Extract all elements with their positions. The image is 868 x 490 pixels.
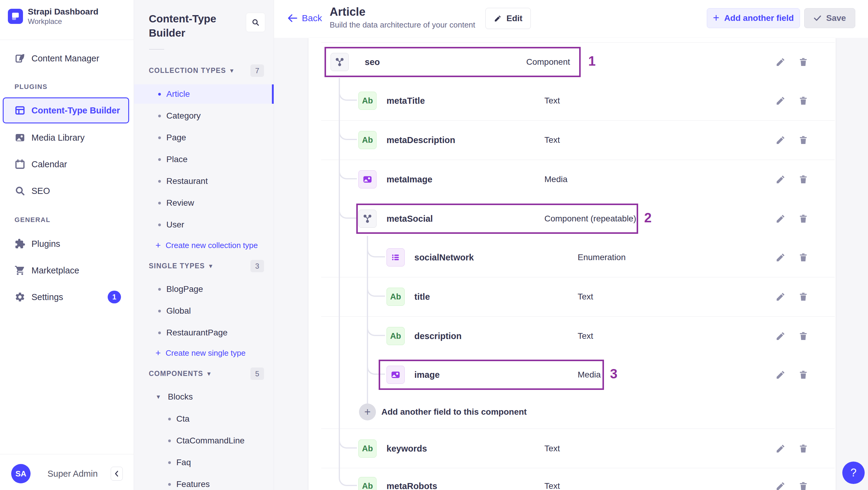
subnav-item-article[interactable]: Article — [134, 84, 274, 104]
row-divider — [321, 429, 835, 429]
add-another-field-button[interactable]: + Add another field — [707, 8, 800, 28]
group-header-collection-types[interactable]: COLLECTION TYPES▾ — [149, 64, 234, 76]
subnav-item-review[interactable]: Review — [134, 193, 274, 213]
subnav-item-category[interactable]: Category — [134, 106, 274, 125]
delete-field-button[interactable] — [798, 95, 809, 106]
subnav-item-blogpage[interactable]: BlogPage — [134, 279, 274, 299]
component-category-blocks[interactable]: ▾Blocks — [134, 387, 274, 406]
field-name: metaImage — [386, 175, 433, 184]
edit-field-button[interactable] — [775, 369, 786, 380]
sidebar-item-media-library[interactable]: Media Library — [0, 124, 134, 151]
tree-connector — [367, 236, 368, 403]
save-button[interactable]: Save — [804, 8, 855, 28]
subnav-item-page[interactable]: Page — [134, 128, 274, 147]
create-new-single-type-button[interactable]: +Create new single type — [134, 344, 274, 362]
sidebar-item-seo[interactable]: SEO — [0, 178, 134, 204]
subnav-item-user[interactable]: User — [134, 215, 274, 235]
group-count-badge: 3 — [250, 260, 264, 272]
sidebar-item-calendar[interactable]: Calendar — [0, 151, 134, 178]
check-icon — [813, 15, 822, 22]
edit-field-button[interactable] — [775, 480, 786, 490]
component-icon — [359, 210, 376, 228]
delete-field-button[interactable] — [798, 56, 809, 68]
subnav-item-restaurant[interactable]: Restaurant — [134, 172, 274, 191]
annotation-number: 3 — [610, 366, 617, 381]
field-name: metaDescription — [386, 135, 455, 145]
calendar-icon — [14, 159, 25, 170]
text-icon: Ab — [359, 92, 376, 110]
edit-field-button[interactable] — [775, 95, 786, 106]
bullet-icon — [168, 439, 171, 442]
cart-icon — [14, 265, 25, 276]
group-header-single-types[interactable]: SINGLE TYPES▾ — [149, 260, 213, 272]
field-type: Media — [545, 175, 567, 184]
edit-field-button[interactable] — [775, 134, 786, 146]
group-header-components[interactable]: COMPONENTS▾ — [149, 367, 211, 379]
sidebar-item-plugins[interactable]: Plugins — [0, 231, 134, 257]
create-new-collection-type-button[interactable]: +Create new collection type — [134, 236, 274, 254]
subnav-item-restaurantpage[interactable]: RestaurantPage — [134, 323, 274, 342]
tree-connector — [367, 236, 385, 375]
pencil-icon — [775, 292, 786, 302]
subnav-item-label: Restaurant — [166, 176, 208, 186]
sidebar-item-content-manager[interactable]: Content Manager — [0, 45, 134, 72]
bullet-icon — [158, 180, 161, 183]
add-component-field-button[interactable]: + — [359, 403, 376, 421]
field-type: Text — [545, 444, 560, 453]
avatar[interactable]: SA — [11, 464, 31, 483]
edit-field-button[interactable] — [775, 291, 786, 303]
collapse-sidebar-button[interactable] — [111, 467, 123, 481]
chevron-down-icon: ▾ — [209, 262, 213, 270]
delete-field-button[interactable] — [798, 134, 809, 146]
edit-field-button[interactable] — [775, 443, 786, 454]
field-name: metaRobots — [386, 481, 437, 490]
subnav-item-ctacommandline[interactable]: CtaCommandLine — [134, 431, 274, 450]
search-button[interactable] — [246, 13, 265, 32]
edit-field-button[interactable] — [775, 252, 786, 263]
delete-field-button[interactable] — [798, 174, 809, 185]
search-icon — [251, 18, 260, 27]
media-icon — [391, 370, 401, 380]
delete-field-button[interactable] — [798, 330, 809, 342]
subnav-item-global[interactable]: Global — [134, 301, 274, 320]
subnav-item-label: Category — [166, 111, 201, 121]
arrow-left-icon — [287, 13, 298, 23]
pencil-icon — [775, 443, 786, 454]
pencil-icon — [775, 481, 786, 490]
field-type: Component — [526, 57, 570, 67]
delete-field-button[interactable] — [798, 369, 809, 380]
main-area: Back Article Build the data architecture… — [274, 0, 868, 490]
media-icon — [359, 170, 376, 188]
edit-button[interactable]: Edit — [486, 8, 531, 29]
back-link[interactable]: Back — [287, 8, 322, 28]
subnav-item-cta[interactable]: Cta — [134, 409, 274, 429]
subnav-item-label: Article — [166, 89, 190, 99]
row-divider — [321, 468, 835, 468]
media-icon — [386, 366, 405, 384]
delete-field-button[interactable] — [798, 291, 809, 303]
trash-icon — [798, 214, 808, 224]
sidebar-item-content-type-builder[interactable]: Content-Type Builder — [3, 97, 129, 123]
pencil-icon — [775, 214, 786, 224]
trash-icon — [798, 370, 808, 380]
workspace-title: Strapi Dashboard — [28, 7, 98, 17]
plus-icon: + — [364, 406, 371, 418]
subnav-item-features[interactable]: Features — [134, 474, 274, 490]
search-icon — [14, 185, 25, 196]
edit-field-button[interactable] — [775, 330, 786, 342]
field-name: seo — [365, 57, 380, 67]
delete-field-button[interactable] — [798, 252, 809, 263]
edit-field-button[interactable] — [775, 174, 786, 185]
edit-field-button[interactable] — [775, 213, 786, 224]
fields-card: 1seoComponentAbmetaTitleTextAbmetaDescri… — [309, 38, 836, 490]
search-icon — [14, 185, 25, 196]
subnav-item-faq[interactable]: Faq — [134, 453, 274, 472]
edit-field-button[interactable] — [775, 56, 786, 68]
delete-field-button[interactable] — [798, 213, 809, 224]
help-button[interactable]: ? — [842, 462, 865, 484]
delete-field-button[interactable] — [798, 443, 809, 454]
subnav-item-place[interactable]: Place — [134, 150, 274, 169]
delete-field-button[interactable] — [798, 480, 809, 490]
bullet-icon — [158, 332, 161, 334]
sidebar-item-marketplace[interactable]: Marketplace — [0, 257, 134, 284]
